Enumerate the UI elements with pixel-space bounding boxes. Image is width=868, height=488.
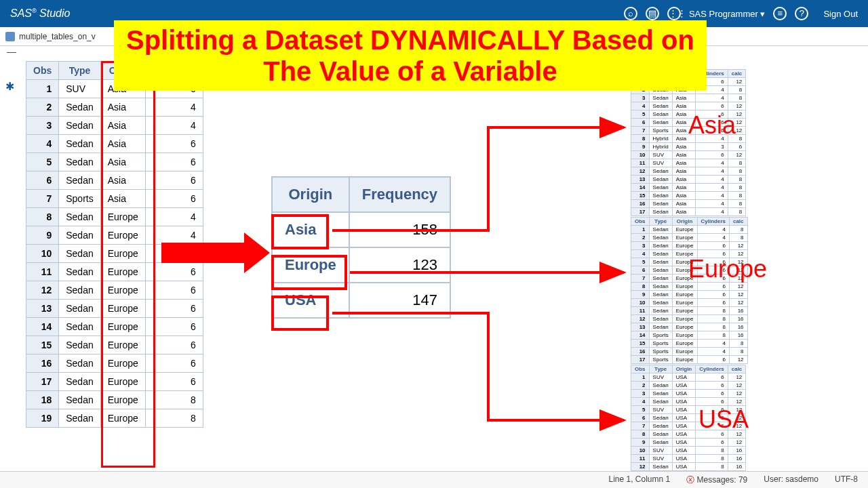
usa-cell-highlight xyxy=(271,296,329,331)
table-row: 13SedanAsia48 xyxy=(631,176,746,184)
table-row: 11SUVUSA816 xyxy=(631,455,746,463)
table-row: 11SUVAsia48 xyxy=(631,159,746,167)
col-header: Type xyxy=(649,218,672,226)
col-header: Obs xyxy=(631,218,650,226)
table-row: 3SedanUSA612 xyxy=(631,390,746,398)
status-bar: Line 1, Column 1 ⓧ Messages: 79 User: sa… xyxy=(0,471,868,488)
table-row: 3SedanAsia48 xyxy=(631,94,746,102)
user-label: User: sasdemo xyxy=(764,474,818,486)
app-brand: SAS® Studio xyxy=(10,7,70,20)
table-row: 8SedanEurope612 xyxy=(631,283,748,291)
tab-title[interactable]: multiple_tables_on_v xyxy=(19,32,96,41)
asia-label: Asia xyxy=(688,111,736,140)
col-header: Obs xyxy=(26,62,59,80)
table-row: 9HybridAsia36 xyxy=(631,143,746,151)
table-row: 10SUVAsia612 xyxy=(631,151,746,159)
content-area: Splitting a Dataset DYNAMICALLY Based on… xyxy=(0,46,868,471)
grid-icon[interactable]: ⋮⋮ xyxy=(667,7,681,20)
table-row: 13SedanEurope816 xyxy=(631,323,748,331)
table-row: 10SedanEurope612 xyxy=(631,299,748,307)
table-row: 15SportsEurope48 xyxy=(631,340,748,348)
tab-icon xyxy=(5,32,15,41)
table-row: 11SedanEurope816 xyxy=(631,307,748,315)
sign-out-link[interactable]: Sign Out xyxy=(823,9,858,19)
folder-icon[interactable]: ▤ xyxy=(646,7,659,20)
col-header: calc xyxy=(729,218,747,226)
table-row: 10SUVUSA816 xyxy=(631,447,746,455)
table-row: 12SedanEurope816 xyxy=(631,315,748,323)
table-row: 12SedanAsia48 xyxy=(631,167,746,176)
search-icon[interactable]: ⌕ xyxy=(624,7,637,20)
col-header: calc xyxy=(728,70,746,78)
help-icon[interactable]: ? xyxy=(795,7,808,20)
overlay-title: Splitting a Dataset DYNAMICALLY Based on… xyxy=(114,20,707,91)
col-header: Obs xyxy=(631,365,650,373)
col-header: Type xyxy=(649,365,672,373)
table-row: 9SedanEurope612 xyxy=(631,291,748,299)
table-row: 1SUVUSA612 xyxy=(631,373,746,382)
table-row: 12SedanUSA816 xyxy=(631,463,746,471)
europe-output-table: ObsTypeOriginCylinderscalc1SedanEurope48… xyxy=(631,217,748,364)
col-header: calc xyxy=(728,365,746,373)
table-row: 3SedanEurope612 xyxy=(631,242,748,250)
usa-label: USA xyxy=(698,405,749,434)
table-row: 1SedanEurope48 xyxy=(631,226,748,234)
table-row: 4SedanUSA612 xyxy=(631,398,746,406)
europe-cell-highlight xyxy=(271,255,347,290)
table-row: 9SedanUSA612 xyxy=(631,439,746,447)
table-row: 16SportsEurope48 xyxy=(631,348,748,356)
europe-label: Europe xyxy=(688,255,767,283)
table-row: 14SedanAsia48 xyxy=(631,184,746,192)
table-row: 15SedanAsia48 xyxy=(631,192,746,200)
table-row: 16SedanAsia48 xyxy=(631,200,746,208)
encoding-label: UTF-8 xyxy=(835,474,858,486)
origin-column-highlight xyxy=(101,61,155,468)
col-header: Cylinders xyxy=(696,365,728,373)
asia-output-table: ObsTypeOriginCylinderscalc1SUVAsia6122Se… xyxy=(631,69,746,216)
col-header: Origin xyxy=(672,365,696,373)
table-row: 2SedanUSA612 xyxy=(631,382,746,390)
run-icon[interactable]: ✱ xyxy=(5,80,14,93)
col-header: Type xyxy=(59,62,100,80)
messages-count[interactable]: ⓧ Messages: 79 xyxy=(686,474,747,486)
col-header: Cylinders xyxy=(697,218,729,226)
cursor-position: Line 1, Column 1 xyxy=(609,474,671,486)
asia-cell-highlight xyxy=(271,214,329,249)
table-row: 2SedanEurope48 xyxy=(631,234,748,242)
table-row: 17SportsEurope612 xyxy=(631,356,748,364)
col-header: Origin xyxy=(672,218,697,226)
table-row: 4SedanAsia612 xyxy=(631,102,746,110)
table-row: 17SedanAsia48 xyxy=(631,208,746,216)
table-row: 14SportsEurope816 xyxy=(631,331,748,340)
more-icon[interactable]: ≡ xyxy=(773,7,787,20)
sidebar-collapse-icon[interactable]: — xyxy=(7,46,22,57)
role-dropdown[interactable]: SAS Programmer ▾ xyxy=(689,9,766,19)
header-actions: ⌕ ▤ ⋮⋮ SAS Programmer ▾ ≡ ? Sign Out xyxy=(624,7,858,20)
